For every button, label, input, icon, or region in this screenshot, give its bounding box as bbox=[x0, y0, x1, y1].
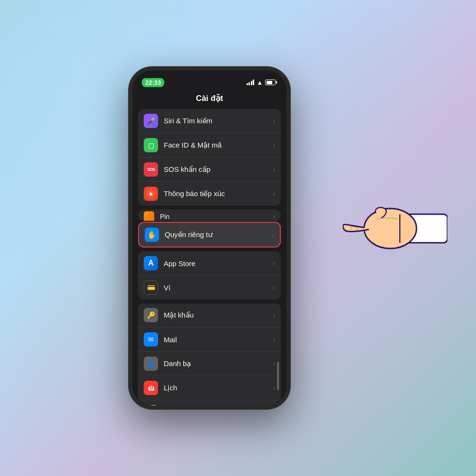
privacy-label: Quyền riêng tư bbox=[165, 230, 272, 239]
hand-pointer-illustration bbox=[343, 186, 447, 262]
sidebar-item-appstore[interactable]: A App Store › bbox=[138, 251, 281, 276]
partial-pin-group: Pin › bbox=[138, 209, 281, 221]
contact-tracing-chevron-icon: › bbox=[273, 190, 275, 198]
sos-label: SOS khẩn cấp bbox=[164, 165, 273, 174]
mail-chevron-icon: › bbox=[273, 336, 275, 343]
sidebar-item-faceid[interactable]: ◻ Face ID & Mật mã › bbox=[138, 133, 281, 158]
battery-icon bbox=[265, 79, 277, 85]
sidebar-item-password[interactable]: 🔑 Mật khẩu › bbox=[138, 303, 281, 327]
contact-tracing-icon: ● bbox=[144, 187, 158, 201]
status-time: 22:33 bbox=[142, 78, 164, 87]
contacts-icon: 👤 bbox=[144, 357, 158, 371]
sidebar-item-calendar[interactable]: 📅 Lịch › bbox=[138, 376, 281, 400]
sidebar-item-siri[interactable]: 🎤 Siri & Tìm kiếm › bbox=[138, 109, 281, 133]
svg-line-3 bbox=[351, 227, 351, 230]
siri-label: Siri & Tìm kiếm bbox=[164, 117, 273, 125]
pin-icon bbox=[144, 211, 154, 221]
contacts-label: Danh bạ bbox=[164, 359, 273, 368]
privacy-icon: ✋ bbox=[145, 228, 159, 242]
siri-chevron-icon: › bbox=[273, 117, 275, 125]
calendar-chevron-icon: › bbox=[273, 384, 275, 392]
hand-svg bbox=[343, 186, 447, 262]
calendar-label: Lịch bbox=[164, 384, 273, 392]
status-icons: ▲ bbox=[247, 79, 277, 86]
privacy-chevron-icon: › bbox=[272, 231, 274, 238]
sos-icon: SOS bbox=[144, 162, 158, 177]
phone-screen: 22:33 ▲ bbox=[132, 70, 287, 406]
appstore-label: App Store bbox=[164, 259, 273, 268]
settings-group-1: 🎤 Siri & Tìm kiếm › ◻ Face ID & Mật mã › bbox=[138, 109, 281, 206]
sidebar-item-contacts[interactable]: 👤 Danh bạ › bbox=[138, 352, 281, 376]
password-chevron-icon: › bbox=[273, 311, 275, 319]
scrollbar[interactable] bbox=[277, 362, 279, 390]
screen-title: Cài đặt bbox=[132, 91, 287, 109]
faceid-icon: ◻ bbox=[144, 138, 158, 152]
signal-bars-icon bbox=[247, 79, 255, 85]
pin-chevron-icon: › bbox=[273, 213, 275, 220]
sidebar-item-sos[interactable]: SOS SOS khẩn cấp › bbox=[138, 158, 281, 182]
wallet-chevron-icon: › bbox=[273, 284, 275, 291]
password-label: Mật khẩu bbox=[164, 311, 273, 319]
wallet-icon: 💳 bbox=[144, 280, 158, 295]
faceid-label: Face ID & Mật mã bbox=[164, 141, 273, 149]
privacy-group: ✋ Quyền riêng tư › bbox=[138, 222, 281, 248]
siri-icon: 🎤 bbox=[144, 114, 158, 128]
mail-icon: ✉ bbox=[144, 332, 158, 347]
notes-icon: 📝 bbox=[144, 405, 158, 406]
calendar-icon: 📅 bbox=[144, 381, 158, 395]
sidebar-item-privacy[interactable]: ✋ Quyền riêng tư › bbox=[139, 223, 280, 247]
sidebar-item-mail[interactable]: ✉ Mail › bbox=[138, 327, 281, 352]
appstore-icon: A bbox=[144, 256, 158, 270]
faceid-chevron-icon: › bbox=[273, 141, 275, 149]
mail-label: Mail bbox=[164, 336, 273, 344]
settings-list: 🎤 Siri & Tìm kiếm › ◻ Face ID & Mật mã › bbox=[132, 109, 287, 406]
sidebar-item-notes[interactable]: 📝 Ghi chú › bbox=[138, 400, 281, 406]
settings-group-2: A App Store › 💳 Ví › bbox=[138, 251, 281, 299]
pin-label: Pin bbox=[160, 213, 273, 220]
phone-wrapper: 22:33 ▲ bbox=[129, 67, 290, 409]
svg-point-1 bbox=[364, 208, 416, 248]
wifi-icon: ▲ bbox=[257, 79, 263, 86]
wallet-label: Ví bbox=[164, 284, 273, 292]
contacts-chevron-icon: › bbox=[273, 360, 275, 367]
contact-tracing-label: Thông báo tiếp xúc bbox=[164, 189, 273, 198]
settings-group-3: 🔑 Mật khẩu › ✉ Mail › 👤 bbox=[138, 303, 281, 406]
sidebar-item-wallet[interactable]: 💳 Ví › bbox=[138, 276, 281, 299]
phone-frame: 22:33 ▲ bbox=[129, 67, 290, 409]
sidebar-item-contact-tracing[interactable]: ● Thông báo tiếp xúc › bbox=[138, 182, 281, 206]
appstore-chevron-icon: › bbox=[273, 259, 275, 267]
sos-chevron-icon: › bbox=[273, 166, 275, 173]
status-bar: 22:33 ▲ bbox=[132, 70, 287, 91]
sidebar-item-pin[interactable]: Pin › bbox=[138, 209, 281, 221]
password-icon: 🔑 bbox=[144, 308, 158, 322]
